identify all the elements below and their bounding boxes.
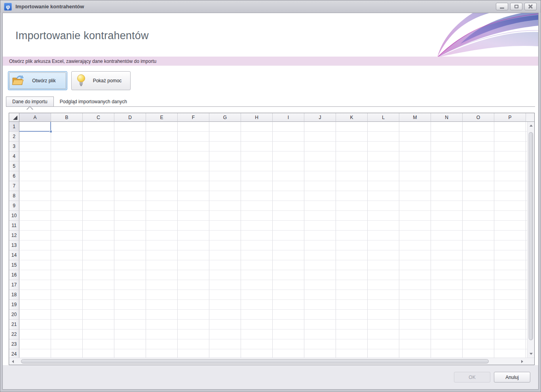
cell-F15[interactable] [178,260,209,270]
cell-N21[interactable] [431,320,463,330]
cell-L10[interactable] [368,211,399,221]
cell-E2[interactable] [146,132,178,142]
cell-B5[interactable] [51,161,83,171]
column-header-H[interactable]: H [241,113,273,122]
cell-J22[interactable] [304,330,336,339]
cell-H14[interactable] [241,250,273,260]
close-button[interactable] [524,3,537,10]
cell-L7[interactable] [368,181,399,191]
cell-H1[interactable] [241,122,273,132]
cell-O22[interactable] [463,330,494,339]
cell-C12[interactable] [83,231,114,241]
cell-N17[interactable] [431,280,463,290]
cell-D17[interactable] [114,280,146,290]
cell-O9[interactable] [463,201,494,211]
cell-I15[interactable] [273,260,304,270]
row-header-7[interactable]: 7 [9,181,19,191]
cell-P8[interactable] [494,191,526,201]
cell-I6[interactable] [273,171,304,181]
column-header-K[interactable]: K [336,113,368,122]
cell-J21[interactable] [304,320,336,330]
cell-A19[interactable] [19,300,51,310]
cell-E6[interactable] [146,171,178,181]
cell-K22[interactable] [336,330,368,339]
cell-F9[interactable] [178,201,209,211]
row-header-1[interactable]: 1 [9,122,19,132]
cell-B7[interactable] [51,181,83,191]
cell-H9[interactable] [241,201,273,211]
tab-podglad-importowanych-danych[interactable]: Podgląd importowanych danych [54,97,133,107]
cell-O21[interactable] [463,320,494,330]
cell-H21[interactable] [241,320,273,330]
cell-L4[interactable] [368,151,399,161]
row-header-16[interactable]: 16 [9,270,19,280]
cell-D9[interactable] [114,201,146,211]
cell-G5[interactable] [209,161,241,171]
cell-A10[interactable] [19,211,51,221]
cell-N13[interactable] [431,241,463,250]
cell-O2[interactable] [463,132,494,142]
show-help-button[interactable]: Pokaż pomoc [71,71,131,90]
cell-P12[interactable] [494,231,526,241]
cell-D3[interactable] [114,142,146,151]
cell-P14[interactable] [494,250,526,260]
cell-N12[interactable] [431,231,463,241]
cell-P19[interactable] [494,300,526,310]
cell-A7[interactable] [19,181,51,191]
cell-M19[interactable] [399,300,431,310]
cell-L16[interactable] [368,270,399,280]
cell-O14[interactable] [463,250,494,260]
cell-F17[interactable] [178,280,209,290]
row-header-2[interactable]: 2 [9,132,19,142]
cell-A2[interactable] [19,132,51,142]
row-header-9[interactable]: 9 [9,201,19,211]
cell-D1[interactable] [114,122,146,132]
column-header-N[interactable]: N [431,113,463,122]
column-header-O[interactable]: O [463,113,494,122]
cell-L22[interactable] [368,330,399,339]
cell-J1[interactable] [304,122,336,132]
cell-D10[interactable] [114,211,146,221]
row-header-5[interactable]: 5 [9,161,19,171]
cell-N2[interactable] [431,132,463,142]
cell-I9[interactable] [273,201,304,211]
cell-O11[interactable] [463,221,494,231]
cell-C16[interactable] [83,270,114,280]
cell-O10[interactable] [463,211,494,221]
cell-P17[interactable] [494,280,526,290]
cell-D5[interactable] [114,161,146,171]
column-header-B[interactable]: B [51,113,83,122]
cell-P7[interactable] [494,181,526,191]
cell-G23[interactable] [209,339,241,349]
cell-O7[interactable] [463,181,494,191]
column-header-I[interactable]: I [273,113,304,122]
cell-I13[interactable] [273,241,304,250]
scroll-down-icon[interactable] [530,353,533,355]
cell-L21[interactable] [368,320,399,330]
cell-N16[interactable] [431,270,463,280]
cell-C5[interactable] [83,161,114,171]
cell-M21[interactable] [399,320,431,330]
column-header-A[interactable]: A [19,113,51,122]
row-header-23[interactable]: 23 [9,339,19,349]
cell-J17[interactable] [304,280,336,290]
cell-D22[interactable] [114,330,146,339]
column-header-L[interactable]: L [368,113,399,122]
cell-P23[interactable] [494,339,526,349]
cell-I4[interactable] [273,151,304,161]
cell-F24[interactable] [178,349,209,358]
cell-A14[interactable] [19,250,51,260]
cell-I12[interactable] [273,231,304,241]
cell-N15[interactable] [431,260,463,270]
cell-M3[interactable] [399,142,431,151]
cell-N20[interactable] [431,310,463,320]
cell-O24[interactable] [463,349,494,358]
cell-N22[interactable] [431,330,463,339]
tab-dane-do-importu[interactable]: Dane do importu [6,97,54,107]
cell-K5[interactable] [336,161,368,171]
cell-D2[interactable] [114,132,146,142]
cell-I23[interactable] [273,339,304,349]
column-header-E[interactable]: E [146,113,178,122]
cell-C9[interactable] [83,201,114,211]
cell-B19[interactable] [51,300,83,310]
